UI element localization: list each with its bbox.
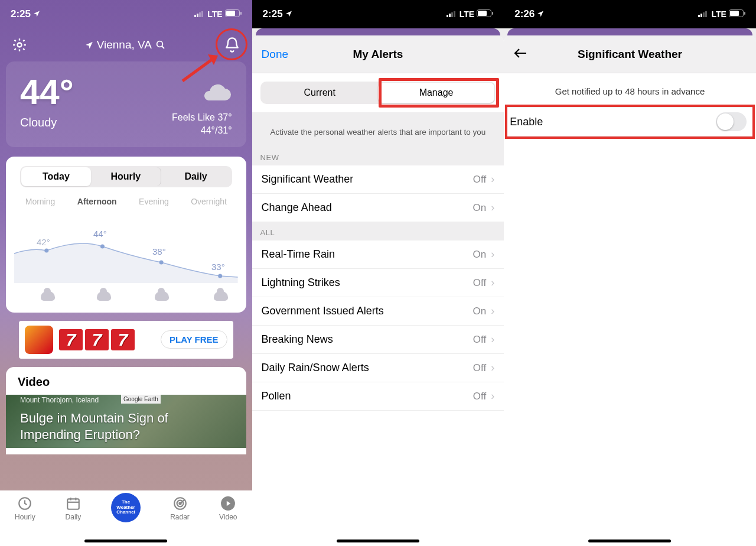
alert-row[interactable]: Lightning StrikesOff› bbox=[252, 269, 504, 297]
status-bar: 2:25 LTE bbox=[0, 0, 252, 28]
alert-label: Change Ahead bbox=[262, 202, 473, 214]
alert-row[interactable]: Daily Rain/Snow AlertsOff› bbox=[252, 354, 504, 382]
location-services-icon bbox=[537, 8, 544, 20]
nav-bar: Significant Weather bbox=[504, 35, 756, 73]
network-label: LTE bbox=[711, 9, 726, 19]
svg-rect-0 bbox=[194, 15, 196, 17]
svg-rect-5 bbox=[226, 11, 235, 16]
enable-toggle[interactable] bbox=[716, 112, 747, 131]
calendar-icon bbox=[65, 495, 82, 512]
alert-row[interactable]: Change AheadOn› bbox=[252, 194, 504, 222]
tab-video[interactable]: Video bbox=[219, 495, 237, 521]
alert-value: Off bbox=[473, 174, 486, 186]
alert-row[interactable]: Real-Time RainOn› bbox=[252, 240, 504, 269]
alert-row[interactable]: PollenOff› bbox=[252, 382, 504, 411]
tab-home[interactable]: TheWeatherChannel bbox=[111, 495, 141, 522]
status-time: 2:26 bbox=[514, 8, 535, 20]
svg-rect-32 bbox=[700, 14, 702, 17]
temp-chart: 42° 44° 38° 33° bbox=[14, 212, 238, 307]
location-selector[interactable]: Vienna, VA bbox=[85, 38, 166, 51]
svg-rect-25 bbox=[449, 14, 451, 17]
svg-rect-30 bbox=[492, 12, 493, 15]
chevron-right-icon: › bbox=[491, 305, 494, 317]
feels-like: Feels Like 37° bbox=[172, 111, 232, 124]
current-temp: 44° bbox=[20, 74, 74, 110]
cloud-icon bbox=[155, 291, 169, 301]
network-label: LTE bbox=[460, 9, 474, 19]
alert-row[interactable]: Breaking NewsOff› bbox=[252, 326, 504, 354]
segment-hourly[interactable]: Hourly bbox=[91, 167, 161, 186]
alert-value: Off bbox=[473, 334, 486, 346]
battery-icon bbox=[729, 9, 745, 19]
location-services-icon bbox=[33, 8, 40, 20]
battery-icon bbox=[225, 9, 242, 19]
svg-rect-27 bbox=[454, 11, 455, 17]
back-button[interactable] bbox=[513, 46, 527, 63]
nav-title: Significant Weather bbox=[578, 48, 682, 61]
done-button[interactable]: Done bbox=[262, 48, 288, 61]
tab-daily[interactable]: Daily bbox=[65, 495, 82, 521]
tab-radar[interactable]: Radar bbox=[170, 495, 190, 521]
svg-rect-3 bbox=[201, 11, 203, 17]
chevron-right-icon: › bbox=[491, 277, 494, 289]
svg-rect-6 bbox=[240, 12, 242, 15]
video-header: Video bbox=[6, 367, 246, 395]
daypart-overnight[interactable]: Overnight bbox=[191, 197, 227, 206]
daypart-morning[interactable]: Morning bbox=[25, 197, 56, 206]
chevron-right-icon: › bbox=[491, 390, 494, 402]
search-icon[interactable] bbox=[155, 40, 166, 50]
alert-row[interactable]: Significant WeatherOff› bbox=[252, 165, 504, 194]
svg-rect-31 bbox=[698, 15, 700, 17]
alert-value: On bbox=[473, 306, 487, 317]
hi-lo-temp: 44°/31° bbox=[172, 124, 232, 137]
status-time: 2:25 bbox=[11, 8, 31, 20]
ad-banner[interactable]: 777 PLAY FREE bbox=[19, 321, 233, 359]
tab-hourly[interactable]: Hourly bbox=[15, 495, 35, 521]
alerts-bell-button[interactable] bbox=[224, 37, 240, 53]
svg-point-11 bbox=[100, 244, 105, 248]
signal-icon bbox=[447, 9, 457, 19]
home-indicator[interactable] bbox=[84, 540, 167, 542]
alert-value: On bbox=[473, 202, 487, 214]
daypart-afternoon[interactable]: Afternoon bbox=[77, 197, 117, 206]
segment-today[interactable]: Today bbox=[21, 167, 91, 186]
screen-significant-weather: 2:26 LTE Significant Weather Get notifie… bbox=[504, 0, 756, 546]
alert-label: Government Issued Alerts bbox=[262, 305, 473, 317]
forecast-segment: Today Hourly Daily bbox=[20, 166, 232, 187]
alert-row[interactable]: Government Issued AlertsOn› bbox=[252, 297, 504, 326]
status-bar: 2:25 LTE bbox=[252, 0, 504, 28]
alert-value: Off bbox=[473, 391, 486, 402]
alert-label: Breaking News bbox=[262, 333, 473, 346]
home-indicator[interactable] bbox=[588, 540, 671, 542]
chart-temp-evening: 38° bbox=[152, 246, 166, 256]
video-source-badge: Google Earth bbox=[121, 395, 161, 404]
nav-bar: Done My Alerts bbox=[252, 35, 504, 73]
svg-point-13 bbox=[218, 274, 222, 278]
settings-icon[interactable] bbox=[12, 37, 27, 53]
alert-label: Significant Weather bbox=[262, 173, 473, 186]
svg-rect-29 bbox=[478, 11, 487, 16]
nav-title: My Alerts bbox=[353, 48, 403, 61]
detail-sheet: Significant Weather Get notified up to 4… bbox=[504, 35, 756, 546]
cloud-icon bbox=[41, 291, 55, 301]
svg-rect-26 bbox=[451, 12, 453, 17]
daypart-evening[interactable]: Evening bbox=[139, 197, 169, 206]
segment-manage[interactable]: Manage bbox=[378, 83, 494, 103]
home-indicator[interactable] bbox=[337, 540, 419, 542]
svg-point-12 bbox=[159, 260, 164, 264]
enable-row[interactable]: Enable bbox=[506, 107, 754, 136]
chevron-right-icon: › bbox=[491, 362, 494, 374]
segment-daily[interactable]: Daily bbox=[161, 167, 231, 186]
svg-point-7 bbox=[18, 43, 22, 47]
ad-cta-button[interactable]: PLAY FREE bbox=[161, 330, 227, 349]
video-thumbnail[interactable]: Mount Thorbjorn, Iceland Google Earth Bu… bbox=[6, 395, 246, 448]
annotation-arrow bbox=[180, 48, 227, 84]
segment-current[interactable]: Current bbox=[262, 83, 378, 103]
alert-label: Real-Time Rain bbox=[262, 248, 473, 261]
chevron-right-icon: › bbox=[491, 333, 494, 346]
clock-icon bbox=[17, 495, 33, 512]
svg-rect-37 bbox=[744, 12, 745, 15]
alerts-segment: Current Manage bbox=[260, 82, 496, 104]
video-card: Video Mount Thorbjorn, Iceland Google Ea… bbox=[6, 367, 246, 454]
alerts-sheet: Done My Alerts Current Manage Activate t… bbox=[252, 35, 504, 546]
